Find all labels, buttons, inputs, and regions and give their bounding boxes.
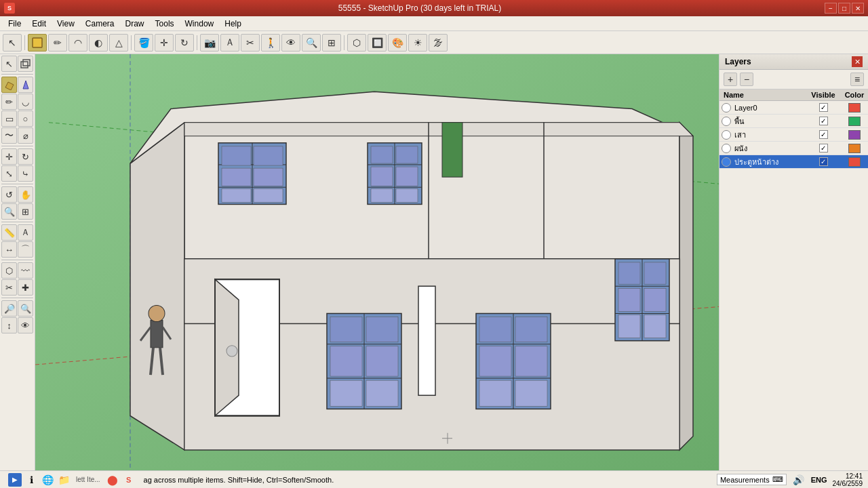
iso-view[interactable]: ⬡ bbox=[347, 34, 366, 52]
eraser-tool[interactable] bbox=[1, 77, 17, 93]
text-tool[interactable]: Ａ bbox=[220, 34, 239, 52]
zoom-left[interactable]: 🔍 bbox=[1, 203, 17, 220]
zoom-in-left[interactable]: 🔎 bbox=[1, 300, 17, 317]
layer-checkbox-layer0[interactable]: ✓ bbox=[819, 103, 828, 112]
push-pull-tool[interactable] bbox=[28, 34, 47, 52]
sandbox-tool[interactable]: ⬡ bbox=[1, 262, 17, 279]
taskbar-chrome[interactable]: ⬤ bbox=[106, 473, 119, 487]
taskbar-info[interactable]: ℹ bbox=[24, 473, 38, 487]
select-tool-button[interactable]: ↖ bbox=[3, 34, 22, 52]
layer-radio-layer0[interactable] bbox=[722, 103, 731, 113]
layer-visible-floor[interactable]: ✓ bbox=[806, 117, 841, 125]
layer-checkbox-column[interactable]: ✓ bbox=[819, 130, 828, 139]
component-tool[interactable] bbox=[18, 56, 33, 72]
circle-left[interactable]: ○ bbox=[18, 110, 33, 127]
taskbar-browser[interactable]: 🌐 bbox=[41, 473, 54, 487]
followme-left[interactable]: ⤷ bbox=[18, 165, 33, 182]
walk-tool[interactable]: 🚶 bbox=[261, 34, 280, 52]
section-plane[interactable]: ✂ bbox=[241, 34, 260, 52]
arc-tool[interactable]: ◠ bbox=[68, 34, 87, 52]
pencil-left[interactable]: ✏ bbox=[1, 94, 17, 110]
scale-left[interactable]: ⤡ bbox=[1, 165, 17, 182]
freehand-left[interactable]: 〜 bbox=[1, 127, 17, 144]
camera-button[interactable]: 📷 bbox=[200, 34, 219, 52]
rotate-left[interactable]: ↻ bbox=[18, 148, 33, 165]
taskbar-speaker[interactable]: 🔊 bbox=[792, 473, 806, 487]
layer-checkbox-floor[interactable]: ✓ bbox=[819, 117, 828, 125]
rect-left[interactable]: ▭ bbox=[1, 110, 17, 127]
menu-tools[interactable]: Tools bbox=[150, 18, 180, 30]
paint-bucket-left[interactable] bbox=[18, 77, 33, 93]
menu-camera[interactable]: Camera bbox=[80, 18, 120, 30]
layer-checkbox-door-window[interactable]: ✓ bbox=[819, 157, 828, 166]
layer-visible-layer0[interactable]: ✓ bbox=[806, 103, 841, 112]
layers-close-button[interactable]: ✕ bbox=[852, 56, 863, 67]
pencil-tool[interactable]: ✏ bbox=[48, 34, 67, 52]
axes-left[interactable]: ✚ bbox=[18, 279, 33, 296]
layer-radio-column[interactable] bbox=[722, 130, 731, 140]
section-left[interactable]: ✂ bbox=[1, 279, 17, 296]
minimize-button[interactable]: − bbox=[825, 3, 837, 14]
move-left[interactable]: ✛ bbox=[1, 148, 17, 165]
shadows-button[interactable]: ☀ bbox=[408, 34, 427, 52]
layer-color-layer0[interactable] bbox=[841, 103, 868, 113]
layer-row-door-window[interactable]: ประตูหน้าต่าง ✓ bbox=[719, 155, 868, 169]
maximize-button[interactable]: □ bbox=[838, 3, 850, 14]
menu-help[interactable]: Help bbox=[219, 18, 247, 30]
dimension-left[interactable]: ↔ bbox=[1, 241, 17, 258]
layer-color-door-window[interactable] bbox=[841, 157, 868, 167]
layer-radio-wall[interactable] bbox=[722, 144, 731, 153]
smoove-tool[interactable]: 〰 bbox=[18, 262, 33, 279]
add-layer-button[interactable]: + bbox=[724, 73, 737, 86]
orbit-left[interactable]: ↺ bbox=[1, 186, 17, 203]
zoom-window-left[interactable]: ⊞ bbox=[18, 203, 33, 220]
layer-color-column[interactable] bbox=[841, 130, 868, 140]
paint-bucket[interactable]: 🪣 bbox=[134, 34, 153, 52]
menu-window[interactable]: Window bbox=[180, 18, 220, 30]
standard-views[interactable]: 🔲 bbox=[368, 34, 387, 52]
menu-view[interactable]: View bbox=[52, 18, 80, 30]
arc-left[interactable]: ◡ bbox=[18, 94, 33, 110]
shape-tool[interactable]: ◐ bbox=[89, 34, 108, 52]
polygon-tool[interactable]: △ bbox=[109, 34, 128, 52]
pan-left[interactable]: ✋ bbox=[18, 186, 33, 203]
layers-options-button[interactable]: ≡ bbox=[850, 73, 864, 86]
measurements-box[interactable]: Measurements ⌨ bbox=[717, 474, 787, 485]
menu-edit[interactable]: Edit bbox=[26, 18, 52, 30]
layer-row-floor[interactable]: พื้น ✓ bbox=[719, 115, 868, 128]
layer-visible-door-window[interactable]: ✓ bbox=[806, 157, 841, 166]
layer-color-floor[interactable] bbox=[841, 117, 868, 126]
close-button[interactable]: ✕ bbox=[852, 3, 864, 14]
layer-color-wall[interactable] bbox=[841, 144, 868, 153]
protractor-left[interactable]: ⌒ bbox=[18, 241, 33, 258]
offset-left[interactable]: ⌀ bbox=[18, 127, 33, 144]
start-button[interactable]: ▶ bbox=[8, 473, 22, 487]
canvas-area[interactable] bbox=[35, 54, 719, 470]
text-left[interactable]: Ａ bbox=[18, 224, 33, 241]
look-around[interactable]: 👁 bbox=[281, 34, 300, 52]
select-tool[interactable]: ↖ bbox=[1, 56, 17, 72]
tape-measure-left[interactable]: 📏 bbox=[1, 224, 17, 241]
zoom-extents[interactable]: ⊞ bbox=[322, 34, 341, 52]
zoom-tool[interactable]: 🔍 bbox=[302, 34, 321, 52]
taskbar-explorer[interactable]: 📁 bbox=[57, 473, 71, 487]
look-left[interactable]: 👁 bbox=[18, 317, 33, 333]
layer-checkbox-wall[interactable]: ✓ bbox=[819, 144, 828, 152]
move-tool[interactable]: ✛ bbox=[155, 34, 174, 52]
walk-left[interactable]: ↕ bbox=[1, 317, 17, 333]
fog-button[interactable]: 🌫 bbox=[429, 34, 448, 52]
style-button[interactable]: 🎨 bbox=[388, 34, 407, 52]
menu-file[interactable]: File bbox=[3, 18, 26, 30]
taskbar-sketchup[interactable]: S bbox=[122, 473, 136, 487]
zoom-out-left[interactable]: 🔍 bbox=[18, 300, 33, 317]
layer-visible-wall[interactable]: ✓ bbox=[806, 144, 841, 152]
menu-draw[interactable]: Draw bbox=[120, 18, 150, 30]
rotate-tool[interactable]: ↻ bbox=[175, 34, 194, 52]
layer-radio-floor[interactable] bbox=[722, 117, 731, 126]
remove-layer-button[interactable]: − bbox=[740, 73, 753, 86]
layer-row-layer0[interactable]: Layer0 ✓ bbox=[719, 101, 868, 115]
layer-row-wall[interactable]: ผนัง ✓ bbox=[719, 142, 868, 155]
layer-row-column[interactable]: เสา ✓ bbox=[719, 128, 868, 142]
layer-visible-column[interactable]: ✓ bbox=[806, 130, 841, 139]
layer-radio-door-window[interactable] bbox=[722, 157, 731, 167]
